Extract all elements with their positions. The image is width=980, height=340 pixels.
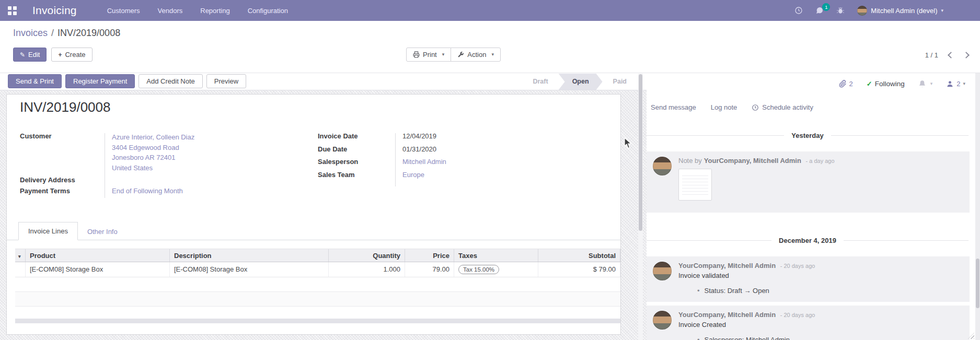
chevron-down-icon: ▾ — [930, 81, 933, 86]
followers-count: 2 — [956, 80, 960, 88]
following-button[interactable]: ✓ Following — [867, 80, 905, 88]
chatter-message-note: Note byYourCompany, Mitchell Admin - a d… — [647, 151, 970, 213]
empty-table-row — [15, 277, 620, 292]
tracking-value: • Status: Draft → Open — [678, 287, 963, 295]
breadcrumb: Invoices/INV/2019/0008 — [13, 28, 120, 39]
row-product: [E-COM08] Storage Box — [26, 262, 170, 277]
edit-button[interactable]: ✎ Edit — [13, 48, 47, 62]
menu-customers[interactable]: Customers — [107, 7, 140, 15]
state-draft[interactable]: Draft — [522, 74, 558, 90]
field-delivery-address: Delivery Address — [20, 176, 292, 184]
customer-country[interactable]: United States — [112, 163, 194, 173]
action-button[interactable]: Action ▾ — [451, 48, 501, 62]
invoice-lines-table: ▾ Product Description Quantity Price Tax… — [15, 249, 620, 323]
attachment-thumbnail[interactable] — [678, 169, 712, 201]
top-navbar: Invoicing Customers Vendors Reporting Co… — [0, 0, 980, 21]
message-body: Invoice validated — [678, 272, 963, 279]
message-avatar — [653, 157, 672, 175]
followers-button[interactable]: 2 ▾ — [946, 80, 965, 88]
column-description[interactable]: Description — [170, 249, 329, 262]
breadcrumb-current: INV/2019/0008 — [57, 28, 120, 38]
sales-team-value[interactable]: Europe — [395, 171, 424, 179]
print-action-group: Print ▾ Action ▾ — [406, 48, 501, 62]
activities-clock-icon[interactable] — [794, 6, 803, 15]
create-button[interactable]: + Create — [51, 48, 92, 62]
column-price[interactable]: Price — [405, 249, 454, 262]
field-payment-terms: Payment Terms End of Following Month — [20, 187, 292, 195]
messages-icon[interactable]: 1 — [815, 6, 824, 15]
send-print-button[interactable]: Send & Print — [8, 74, 62, 88]
wrench-icon — [457, 51, 464, 58]
date-divider-december: December 4, 2019 — [647, 237, 969, 244]
chevron-down-icon: ▾ — [941, 8, 943, 13]
customer-city[interactable]: Jonesboro AR 72401 — [112, 153, 194, 163]
form-vertical-scrollbar[interactable] — [638, 74, 643, 340]
plus-icon: + — [58, 52, 62, 58]
customer-name-link[interactable]: Azure Interior, Colleen Diaz — [112, 132, 194, 143]
bell-icon — [918, 80, 926, 88]
pager-next-icon[interactable] — [963, 52, 970, 58]
sort-caret-icon[interactable]: ▾ — [15, 249, 26, 262]
schedule-activity-button[interactable]: Schedule activity — [752, 103, 813, 111]
message-author: YourCompany, Mitchell Admin — [704, 157, 801, 165]
log-note-button[interactable]: Log note — [711, 103, 737, 111]
state-open-active[interactable]: Open — [559, 74, 603, 90]
chatter-panel: 2 ✓ Following ▾ 2 ▾ Send message Log not… — [647, 73, 980, 340]
chevron-down-icon: ▾ — [442, 52, 445, 57]
column-product[interactable]: Product — [26, 249, 170, 262]
printer-icon — [413, 51, 420, 58]
send-message-button[interactable]: Send message — [651, 103, 696, 111]
register-payment-button[interactable]: Register Payment — [65, 74, 135, 88]
pager-count[interactable]: 1 / 1 — [925, 51, 938, 59]
row-price: 79.00 — [405, 262, 454, 277]
preview-button[interactable]: Preview — [206, 74, 246, 88]
form-scrollbar-thumb[interactable] — [639, 74, 642, 231]
main-menu: Customers Vendors Reporting Configuratio… — [107, 7, 288, 15]
user-menu[interactable]: Mitchell Admin (devel) ▾ — [857, 6, 943, 16]
add-credit-note-button[interactable]: Add Credit Note — [139, 74, 203, 88]
column-quantity[interactable]: Quantity — [329, 249, 405, 262]
state-paid[interactable]: Paid — [603, 74, 637, 90]
control-panel: Invoices/INV/2019/0008 ✎ Edit + Create P… — [0, 21, 980, 73]
pager-previous-icon[interactable] — [948, 52, 954, 58]
field-due-date: Due Date 01/31/2020 — [318, 145, 548, 158]
chatter-scrollbar-thumb[interactable] — [976, 259, 979, 308]
messages-count-badge: 1 — [822, 3, 830, 11]
breadcrumb-invoices-link[interactable]: Invoices — [13, 28, 48, 38]
field-salesperson: Salesperson Mitchell Admin — [318, 158, 548, 171]
column-subtotal[interactable]: Subtotal — [538, 249, 620, 262]
message-prefix: Note by — [678, 157, 702, 165]
field-invoice-date: Invoice Date 12/04/2019 — [318, 132, 548, 145]
row-description: [E-COM08] Storage Box — [170, 262, 329, 277]
message-author: YourCompany, Mitchell Admin — [678, 311, 776, 319]
salesperson-value[interactable]: Mitchell Admin — [395, 158, 446, 166]
debug-bug-icon[interactable] — [836, 6, 845, 15]
table-horizontal-scrollbar[interactable] — [15, 319, 620, 323]
tab-invoice-lines[interactable]: Invoice Lines — [18, 222, 78, 240]
menu-reporting[interactable]: Reporting — [200, 7, 229, 15]
chatter-message-validated: YourCompany, Mitchell Admin - 20 days ag… — [647, 256, 970, 302]
chatter-vertical-scrollbar[interactable] — [975, 73, 980, 340]
invoice-date-value: 12/04/2019 — [395, 132, 436, 140]
attachments-button[interactable]: 2 — [839, 80, 853, 88]
column-taxes[interactable]: Taxes — [454, 249, 538, 262]
clock-icon — [752, 104, 759, 111]
apps-grid-icon[interactable] — [8, 6, 17, 15]
edit-create-buttons: ✎ Edit + Create — [13, 48, 93, 62]
print-button[interactable]: Print ▾ — [406, 48, 451, 62]
menu-vendors[interactable]: Vendors — [158, 7, 183, 15]
tab-other-info[interactable]: Other Info — [78, 223, 127, 240]
customer-street[interactable]: 3404 Edgewood Road — [112, 143, 194, 153]
field-customer: Customer Azure Interior, Colleen Diaz 34… — [20, 132, 292, 173]
subscription-bell-button[interactable]: ▾ — [918, 80, 933, 88]
app-brand[interactable]: Invoicing — [32, 4, 77, 17]
invoice-sheet: INV/2019/0008 Customer Azure Interior, C… — [6, 94, 621, 335]
table-row[interactable]: [E-COM08] Storage Box [E-COM08] Storage … — [15, 262, 620, 277]
user-name: Mitchell Admin (devel) — [871, 7, 937, 15]
menu-configuration[interactable]: Configuration — [248, 7, 288, 15]
invoice-title: INV/2019/0008 — [20, 99, 110, 115]
chatter-actions: Send message Log note Schedule activity — [651, 103, 813, 111]
message-avatar — [653, 262, 672, 280]
message-time: - 20 days ago — [780, 312, 815, 318]
payment-terms-value[interactable]: End of Following Month — [105, 187, 183, 195]
